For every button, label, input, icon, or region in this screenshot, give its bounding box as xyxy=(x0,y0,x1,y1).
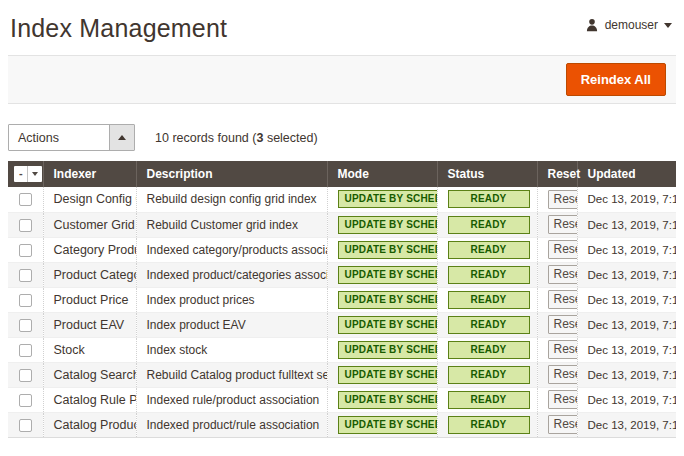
updated-cell: Dec 13, 2019, 7:12:40 AM xyxy=(577,362,676,387)
header-status: Status xyxy=(437,161,537,187)
mode-badge: UPDATE BY SCHEDULE xyxy=(338,241,438,259)
row-checkbox[interactable] xyxy=(19,193,32,206)
description-cell: Index product prices xyxy=(136,287,327,312)
row-checkbox[interactable] xyxy=(19,319,32,332)
mode-cell: UPDATE BY SCHEDULE xyxy=(327,362,437,387)
row-checkbox[interactable] xyxy=(19,219,32,232)
status-cell: READY xyxy=(437,412,537,437)
mode-cell: UPDATE BY SCHEDULE xyxy=(327,287,437,312)
indexer-cell: Catalog Product Rule xyxy=(43,412,136,437)
updated-cell: Dec 13, 2019, 7:12:39 AM xyxy=(577,337,676,362)
description-cell: Rebuild design config grid index xyxy=(136,187,327,212)
description-cell: Rebuild Customer grid index xyxy=(136,212,327,237)
header-mode: Mode xyxy=(327,161,437,187)
status-cell: READY xyxy=(437,387,537,412)
row-select-cell xyxy=(8,412,43,437)
updated-cell: Dec 13, 2019, 7:12:39 AM xyxy=(577,262,676,287)
table-row: Catalog Rule Product Indexed rule/produc… xyxy=(8,387,676,412)
reset-button[interactable]: Reset xyxy=(548,340,578,359)
reset-button[interactable]: Reset xyxy=(548,415,578,434)
mode-cell: UPDATE BY SCHEDULE xyxy=(327,262,437,287)
index-grid: - Indexer Description Mode Status Reset … xyxy=(8,161,676,438)
status-badge: READY xyxy=(448,216,530,234)
row-checkbox[interactable] xyxy=(19,269,32,282)
reset-cell: Reset xyxy=(537,237,577,262)
reset-button[interactable]: Reset xyxy=(548,265,578,284)
indexer-cell: Customer Grid xyxy=(43,212,136,237)
chevron-down-icon xyxy=(32,172,38,176)
table-row: Product Price Index product prices UPDAT… xyxy=(8,287,676,312)
row-checkbox[interactable] xyxy=(19,369,32,382)
mode-badge: UPDATE BY SCHEDULE xyxy=(338,266,438,284)
reset-button[interactable]: Reset xyxy=(548,215,578,234)
mode-cell: UPDATE BY SCHEDULE xyxy=(327,187,437,212)
reset-cell: Reset xyxy=(537,187,577,212)
updated-cell: Dec 13, 2019, 7:12:40 AM xyxy=(577,412,676,437)
table-row: Stock Index stock UPDATE BY SCHEDULE REA… xyxy=(8,337,676,362)
reset-button[interactable]: Reset xyxy=(548,290,578,309)
status-badge: READY xyxy=(448,366,530,384)
table-row: Catalog Search Rebuild Catalog product f… xyxy=(8,362,676,387)
table-row: Product Categories Indexed product/categ… xyxy=(8,262,676,287)
select-all-caret[interactable] xyxy=(27,166,42,182)
records-found-after: selected) xyxy=(263,131,317,145)
reset-button[interactable]: Reset xyxy=(548,390,578,409)
row-select-cell xyxy=(8,187,43,212)
table-row: Catalog Product Rule Indexed product/rul… xyxy=(8,412,676,437)
page-title: Index Management xyxy=(10,14,227,43)
chevron-up-icon xyxy=(118,135,126,140)
page-actions-band: Reindex All xyxy=(8,55,676,104)
row-select-cell xyxy=(8,262,43,287)
description-cell: Indexed rule/product association xyxy=(136,387,327,412)
status-badge: READY xyxy=(448,341,530,359)
select-all-dropdown[interactable]: - xyxy=(14,166,42,182)
user-menu[interactable]: demouser xyxy=(585,18,672,32)
row-select-cell xyxy=(8,362,43,387)
updated-cell: Dec 13, 2019, 7:12:39 AM xyxy=(577,287,676,312)
reset-cell: Reset xyxy=(537,212,577,237)
mode-cell: UPDATE BY SCHEDULE xyxy=(327,412,437,437)
status-cell: READY xyxy=(437,237,537,262)
status-badge: READY xyxy=(448,291,530,309)
table-row: Product EAV Index product EAV UPDATE BY … xyxy=(8,312,676,337)
row-checkbox[interactable] xyxy=(19,419,32,432)
row-checkbox[interactable] xyxy=(19,294,32,307)
reset-button[interactable]: Reset xyxy=(548,315,578,334)
row-checkbox[interactable] xyxy=(19,344,32,357)
row-checkbox[interactable] xyxy=(19,394,32,407)
reset-button[interactable]: Reset xyxy=(548,240,578,259)
reindex-all-button[interactable]: Reindex All xyxy=(566,63,666,96)
mode-badge: UPDATE BY SCHEDULE xyxy=(338,316,438,334)
reset-cell: Reset xyxy=(537,312,577,337)
actions-select-toggle[interactable] xyxy=(109,125,134,150)
mode-badge: UPDATE BY SCHEDULE xyxy=(338,341,438,359)
indexer-cell: Catalog Rule Product xyxy=(43,387,136,412)
row-select-cell xyxy=(8,287,43,312)
reset-button[interactable]: Reset xyxy=(548,190,578,209)
status-badge: READY xyxy=(448,241,530,259)
actions-select[interactable]: Actions xyxy=(8,124,135,151)
description-cell: Indexed product/categories association xyxy=(136,262,327,287)
reset-button[interactable]: Reset xyxy=(548,365,578,384)
header-reset: Reset xyxy=(537,161,577,187)
row-checkbox[interactable] xyxy=(19,244,32,257)
table-row: Category Products Indexed category/produ… xyxy=(8,237,676,262)
status-cell: READY xyxy=(437,187,537,212)
row-select-cell xyxy=(8,212,43,237)
status-badge: READY xyxy=(448,190,530,208)
description-cell: Index stock xyxy=(136,337,327,362)
status-badge: READY xyxy=(448,391,530,409)
description-cell: Rebuild Catalog product fulltext search … xyxy=(136,362,327,387)
description-cell: Indexed category/products association xyxy=(136,237,327,262)
status-cell: READY xyxy=(437,337,537,362)
indexer-cell: Product Price xyxy=(43,287,136,312)
description-cell: Index product EAV xyxy=(136,312,327,337)
row-select-cell xyxy=(8,337,43,362)
row-select-cell xyxy=(8,387,43,412)
row-select-cell xyxy=(8,312,43,337)
mode-cell: UPDATE BY SCHEDULE xyxy=(327,312,437,337)
mode-badge: UPDATE BY SCHEDULE xyxy=(338,216,438,234)
mode-cell: UPDATE BY SCHEDULE xyxy=(327,337,437,362)
mode-badge: UPDATE BY SCHEDULE xyxy=(338,366,438,384)
user-silhouette-icon xyxy=(585,18,599,32)
